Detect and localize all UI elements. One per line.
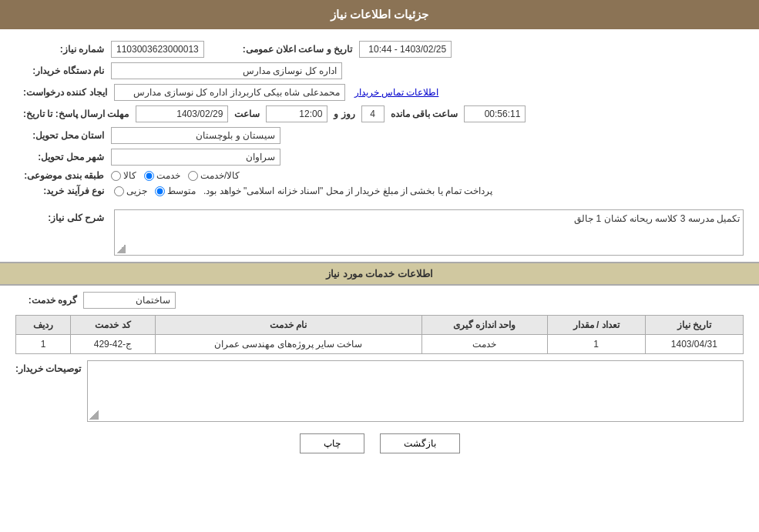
deadline-days-label: روز و [331, 109, 358, 119]
cell-service_name: ساخت سایر پروژه‌های مهندسی عمران [155, 335, 421, 354]
buyer-notes-label: توصیحات خریدار: [15, 360, 81, 374]
city-value: سراوان [111, 149, 280, 166]
process-mutavassit-label: متوسط [167, 186, 196, 196]
need-number-label: شماره نیاز: [15, 44, 108, 55]
services-section-header: اطلاعات خدمات مورد نیاز [0, 262, 759, 286]
creator-link[interactable]: اطلاعات تماس خریدار [348, 87, 439, 98]
category-option-khedmat[interactable]: خدمت [144, 170, 180, 181]
category-radio-kala-khedmat[interactable] [188, 171, 198, 181]
cell-quantity: 1 [547, 335, 645, 354]
deadline-time-label: ساعت [231, 109, 263, 119]
need-number-value: 1103003623000013 [111, 41, 204, 58]
deadline-remaining: 00:56:11 [464, 105, 526, 122]
description-label: شرح کلی نیاز: [15, 209, 108, 223]
service-group-label: گروه خدمت: [15, 295, 77, 306]
buyer-notes-row: توصیحات خریدار: [15, 360, 744, 422]
back-button[interactable]: بازگشت [380, 433, 460, 453]
creator-label: ایجاد کننده درخواست: [15, 87, 111, 98]
category-kala-khedmat-label: کالا/خدمت [200, 170, 240, 181]
process-label: نوع فرآیند خرید: [15, 186, 108, 196]
category-radio-khedmat[interactable] [144, 171, 154, 181]
announce-date-value: 1403/02/25 - 10:44 [359, 41, 452, 58]
process-note: پرداخت تمام یا بخشی از مبلغ خریدار از مح… [203, 186, 492, 196]
province-value: سیستان و بلوچستان [111, 127, 280, 144]
category-kala-label: کالا [123, 170, 136, 181]
deadline-label: مهلت ارسال پاسخ: تا تاریخ: [15, 109, 133, 119]
cell-row_number: 1 [16, 335, 71, 354]
deadline-remaining-label: ساعت باقی مانده [388, 109, 462, 119]
buyer-notes-box [87, 360, 744, 422]
process-jozi-label: جزیی [126, 186, 147, 196]
resize-handle[interactable] [116, 244, 126, 253]
category-radio-kala[interactable] [111, 171, 121, 181]
col-row-number: ردیف [16, 316, 71, 335]
category-radio-group: کالا/خدمت خدمت کالا [111, 170, 240, 181]
notes-resize-handle[interactable] [89, 410, 99, 420]
cell-unit: خدمت [421, 335, 547, 354]
col-unit: واحد اندازه گیری [421, 316, 547, 335]
table-row: 1403/04/311خدمتساخت سایر پروژه‌های مهندس… [16, 335, 744, 354]
buttons-row: بازگشت چاپ [0, 433, 759, 453]
print-button[interactable]: چاپ [300, 433, 364, 453]
services-table: تاریخ نیاز تعداد / مقدار واحد اندازه گیر… [15, 315, 744, 354]
deadline-date: 1403/02/29 [136, 105, 228, 122]
category-khedmat-label: خدمت [156, 170, 180, 181]
cell-service_code: ج-42-429 [71, 335, 156, 354]
category-label: طبقه بندی موضوعی: [15, 170, 108, 181]
service-group-value: ساختمان [83, 292, 176, 309]
description-box: تکمیل مدرسه 3 کلاسه ریحانه کشان 1 جالق [114, 209, 744, 256]
services-table-container: تاریخ نیاز تعداد / مقدار واحد اندازه گیر… [15, 315, 744, 354]
city-label: شهر محل تحویل: [15, 152, 108, 162]
deadline-days: 4 [361, 105, 385, 122]
process-radio-group: متوسط جزیی [114, 186, 196, 196]
page-title: جزئیات اطلاعات نیاز [0, 0, 759, 29]
col-service-code: کد خدمت [71, 316, 156, 335]
buyer-name-value: اداره کل نوسازی مدارس [111, 62, 342, 79]
col-need-date: تاریخ نیاز [645, 316, 743, 335]
description-text: تکمیل مدرسه 3 کلاسه ریحانه کشان 1 جالق [118, 213, 740, 224]
col-quantity: تعداد / مقدار [547, 316, 645, 335]
process-radio-jozi[interactable] [114, 186, 124, 196]
cell-need_date: 1403/04/31 [645, 335, 743, 354]
announce-date-label: تاریخ و ساعت اعلان عمومی: [235, 44, 356, 55]
process-option-mutavassit[interactable]: متوسط [155, 186, 196, 196]
category-option-kala-khedmat[interactable]: کالا/خدمت [188, 170, 240, 181]
category-option-kala[interactable]: کالا [111, 170, 136, 181]
creator-value: محمدعلی شاه بیکی کاربرداز اداره کل نوساز… [114, 84, 345, 101]
province-label: استان محل تحویل: [15, 130, 108, 141]
buyer-name-label: نام دستگاه خریدار: [15, 65, 108, 76]
process-option-jozi[interactable]: جزیی [114, 186, 147, 196]
deadline-time: 12:00 [266, 105, 327, 122]
process-radio-mutavassit[interactable] [155, 186, 165, 196]
col-service-name: نام خدمت [155, 316, 421, 335]
